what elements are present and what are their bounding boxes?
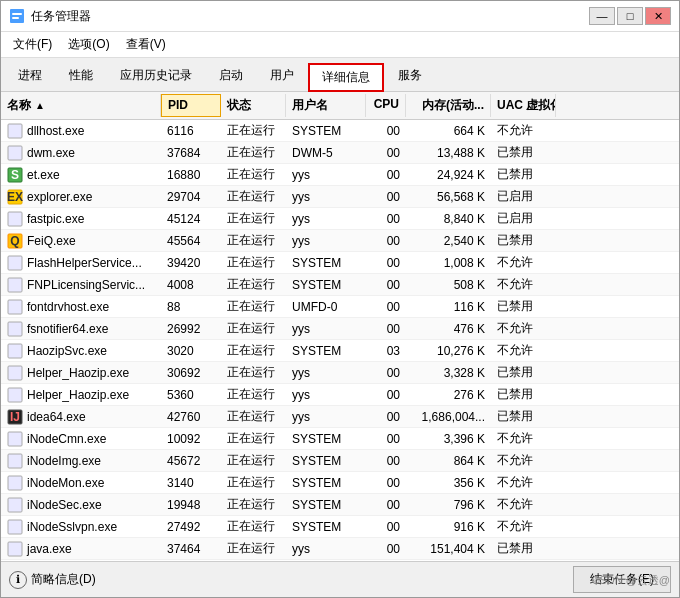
table-row[interactable]: S et.exe 16880 正在运行 yys 00 24,924 K 已禁用 — [1, 164, 679, 186]
cell-cpu: 00 — [366, 386, 406, 404]
close-button[interactable]: ✕ — [645, 7, 671, 25]
table-row[interactable]: Q FeiQ.exe 45564 正在运行 yys 00 2,540 K 已禁用 — [1, 230, 679, 252]
table-row[interactable]: fsnotifier64.exe 26992 正在运行 yys 00 476 K… — [1, 318, 679, 340]
table-row[interactable]: iNodeSec.exe 19948 正在运行 SYSTEM 00 796 K … — [1, 494, 679, 516]
table-row[interactable]: fontdrvhost.exe 88 正在运行 UMFD-0 00 116 K … — [1, 296, 679, 318]
cell-uac: 不允许 — [491, 274, 556, 295]
table-row[interactable]: iNodeCmn.exe 10092 正在运行 SYSTEM 00 3,396 … — [1, 428, 679, 450]
tab-services[interactable]: 服务 — [385, 62, 435, 91]
cell-uac: 不允许 — [491, 494, 556, 515]
process-icon — [7, 321, 23, 337]
cell-pid: 6116 — [161, 122, 221, 140]
table-row[interactable]: Helper_Haozip.exe 30692 正在运行 yys 00 3,32… — [1, 362, 679, 384]
table-row[interactable]: EX explorer.exe 29704 正在运行 yys 00 56,568… — [1, 186, 679, 208]
cell-pid: 19948 — [161, 496, 221, 514]
col-header-cpu[interactable]: CPU — [366, 94, 406, 117]
table-row[interactable]: iNodeSslvpn.exe 27492 正在运行 SYSTEM 00 916… — [1, 516, 679, 538]
tab-users[interactable]: 用户 — [257, 62, 307, 91]
cell-pid: 5360 — [161, 386, 221, 404]
table-row[interactable]: java.exe 37464 正在运行 yys 00 151,404 K 已禁用 — [1, 538, 679, 560]
cell-user: SYSTEM — [286, 452, 366, 470]
menu-bar: 文件(F) 选项(O) 查看(V) — [1, 32, 679, 58]
cell-name: fastpic.exe — [1, 209, 161, 229]
cell-uac: 不允许 — [491, 318, 556, 339]
table-row[interactable]: fastpic.exe 45124 正在运行 yys 00 8,840 K 已启… — [1, 208, 679, 230]
menu-view[interactable]: 查看(V) — [118, 34, 174, 55]
svg-rect-2 — [12, 17, 19, 19]
cell-status: 正在运行 — [221, 362, 286, 383]
col-header-user[interactable]: 用户名 — [286, 94, 366, 117]
cell-memory: 276 K — [406, 386, 491, 404]
cell-cpu: 00 — [366, 452, 406, 470]
svg-rect-22 — [8, 454, 22, 468]
svg-rect-15 — [8, 322, 22, 336]
process-icon: Q — [7, 233, 23, 249]
cell-name: Helper_Haozip.exe — [1, 385, 161, 405]
cell-name: fontdrvhost.exe — [1, 297, 161, 317]
table-row[interactable]: dwm.exe 37684 正在运行 DWM-5 00 13,488 K 已禁用 — [1, 142, 679, 164]
table-row[interactable]: FlashHelperService... 39420 正在运行 SYSTEM … — [1, 252, 679, 274]
col-header-memory[interactable]: 内存(活动... — [406, 94, 491, 117]
cell-user: yys — [286, 232, 366, 250]
minimize-button[interactable]: — — [589, 7, 615, 25]
cell-user: SYSTEM — [286, 122, 366, 140]
table-row[interactable]: dllhost.exe 6116 正在运行 SYSTEM 00 664 K 不允… — [1, 120, 679, 142]
process-icon — [7, 365, 23, 381]
col-header-name[interactable]: 名称 ▲ — [1, 94, 161, 117]
process-table: 名称 ▲ PID 状态 用户名 CPU 内存(活动... UAC 虚拟化 — [1, 92, 679, 561]
table-row[interactable]: FNPLicensingServic... 4008 正在运行 SYSTEM 0… — [1, 274, 679, 296]
cell-pid: 45124 — [161, 210, 221, 228]
svg-rect-23 — [8, 476, 22, 490]
tab-startup[interactable]: 启动 — [206, 62, 256, 91]
col-header-status[interactable]: 状态 — [221, 94, 286, 117]
cell-cpu: 00 — [366, 474, 406, 492]
svg-text:S: S — [11, 168, 19, 182]
svg-rect-13 — [8, 278, 22, 292]
cell-uac: 已启用 — [491, 208, 556, 229]
menu-options[interactable]: 选项(O) — [60, 34, 117, 55]
cell-name: Q FeiQ.exe — [1, 231, 161, 251]
maximize-button[interactable]: □ — [617, 7, 643, 25]
cell-name: FlashHelperService... — [1, 253, 161, 273]
svg-rect-0 — [10, 9, 24, 23]
cell-pid: 45672 — [161, 452, 221, 470]
tab-process[interactable]: 进程 — [5, 62, 55, 91]
cell-name: FNPLicensingServic... — [1, 275, 161, 295]
process-icon — [7, 453, 23, 469]
menu-file[interactable]: 文件(F) — [5, 34, 60, 55]
tab-app-history[interactable]: 应用历史记录 — [107, 62, 205, 91]
cell-status: 正在运行 — [221, 340, 286, 361]
cell-uac: 不允许 — [491, 340, 556, 361]
cell-user: yys — [286, 540, 366, 558]
cell-name: iNodeCmn.exe — [1, 429, 161, 449]
process-icon: S — [7, 167, 23, 183]
cell-memory: 10,276 K — [406, 342, 491, 360]
cell-memory: 476 K — [406, 320, 491, 338]
table-row[interactable]: IJ idea64.exe 42760 正在运行 yys 00 1,686,00… — [1, 406, 679, 428]
col-header-uac[interactable]: UAC 虚拟化 — [491, 94, 556, 117]
cell-name: iNodeSec.exe — [1, 495, 161, 515]
cell-memory: 916 K — [406, 518, 491, 536]
tab-details[interactable]: 详细信息 — [308, 63, 384, 92]
cell-status: 正在运行 — [221, 450, 286, 471]
cell-uac: 已禁用 — [491, 230, 556, 251]
cell-memory: 864 K — [406, 452, 491, 470]
cell-status: 正在运行 — [221, 296, 286, 317]
table-row[interactable]: iNodeMon.exe 3140 正在运行 SYSTEM 00 356 K 不… — [1, 472, 679, 494]
table-row[interactable]: Helper_Haozip.exe 5360 正在运行 yys 00 276 K… — [1, 384, 679, 406]
process-icon — [7, 343, 23, 359]
tab-bar: 进程 性能 应用历史记录 启动 用户 详细信息 服务 — [1, 58, 679, 92]
cell-status: 正在运行 — [221, 318, 286, 339]
cell-cpu: 00 — [366, 408, 406, 426]
svg-rect-26 — [8, 542, 22, 556]
table-row[interactable]: HaozipSvc.exe 3020 正在运行 SYSTEM 03 10,276… — [1, 340, 679, 362]
cell-status: 正在运行 — [221, 142, 286, 163]
cell-pid: 3020 — [161, 342, 221, 360]
cell-status: 正在运行 — [221, 186, 286, 207]
cell-status: 正在运行 — [221, 164, 286, 185]
table-row[interactable]: iNodeImg.exe 45672 正在运行 SYSTEM 00 864 K … — [1, 450, 679, 472]
col-header-pid[interactable]: PID — [161, 94, 221, 117]
status-info[interactable]: ℹ 简略信息(D) — [9, 571, 96, 589]
cell-uac: 不允许 — [491, 472, 556, 493]
tab-performance[interactable]: 性能 — [56, 62, 106, 91]
